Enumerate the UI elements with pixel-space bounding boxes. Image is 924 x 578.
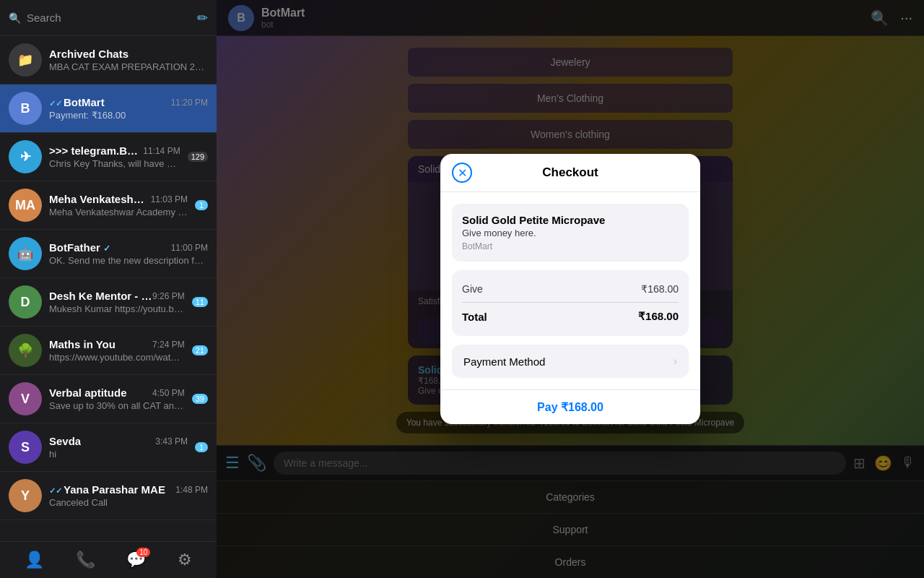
calls-icon: 📞 [76, 551, 95, 569]
profile-icon: 👤 [25, 551, 44, 569]
chat-item-archived[interactable]: 📁Archived ChatsMBA CAT EXAM PREPARATION … [0, 36, 217, 85]
unread-badge: 129 [188, 152, 208, 162]
close-button[interactable]: ✕ [452, 163, 472, 183]
search-input[interactable]: Search [27, 12, 191, 24]
calls-button[interactable]: 📞 [76, 551, 95, 569]
avatar: Y [9, 479, 42, 512]
messages-badge: 10 [136, 548, 150, 557]
avatar: ✈ [9, 140, 42, 173]
search-icon: 🔍 [9, 12, 21, 24]
payment-method-label: Payment Method [463, 355, 545, 368]
chat-preview: Save up to 30% on all CAT and OMET's Sub… [49, 400, 185, 411]
chat-name: Maths in You [49, 338, 116, 350]
unread-badge: 1 [195, 442, 208, 452]
chat-time: 11:14 PM [143, 146, 180, 156]
chat-time: 11:03 PM [151, 194, 188, 204]
checkout-modal: ✕ Checkout Solid Gold Petite Micropave G… [440, 154, 700, 424]
avatar: 🌳 [9, 334, 42, 367]
payment-method-row[interactable]: Payment Method › [452, 345, 689, 378]
unread-badge: 11 [192, 297, 208, 307]
price-label-give: Give [462, 283, 483, 295]
settings-icon: ⚙ [178, 551, 192, 569]
avatar: S [9, 431, 42, 464]
unread-badge: 21 [192, 345, 208, 355]
chevron-right-icon: › [674, 355, 677, 368]
total-value: ₹168.00 [638, 310, 679, 323]
price-row-total: Total ₹168.00 [462, 307, 679, 326]
product-info-box: Solid Gold Petite Micropave Give money h… [452, 204, 689, 262]
price-box: Give ₹168.00 Total ₹168.00 [452, 270, 689, 336]
price-value-give: ₹168.00 [641, 283, 679, 295]
modal-overlay[interactable]: ✕ Checkout Solid Gold Petite Micropave G… [217, 0, 924, 578]
price-divider [462, 302, 679, 303]
chat-name: Archived Chats [49, 48, 128, 60]
chat-name: Verbal aptitude [49, 387, 127, 399]
avatar: MA [9, 189, 42, 222]
main-chat-area: B BotMart bot 🔍 ··· Jewelery Men's Cloth… [217, 0, 924, 578]
avatar: D [9, 285, 42, 319]
chat-name: Sevda [49, 435, 81, 447]
chat-name: BotFather ✓ [49, 241, 110, 254]
product-info-desc: Give money here. [462, 228, 679, 238]
chat-name: ✓✓Yana Parashar MAE [49, 483, 165, 496]
chat-time: 1:48 PM [175, 485, 208, 495]
chat-list: 📁Archived ChatsMBA CAT EXAM PREPARATION … [0, 36, 217, 541]
price-row-give: Give ₹168.00 [462, 280, 679, 298]
avatar: V [9, 382, 42, 415]
avatar: 📁 [9, 43, 42, 77]
chat-time: 9:26 PM [152, 291, 185, 301]
chat-preview: OK. Send me the new description for the … [49, 255, 208, 266]
chat-preview: MBA CAT EXAM PREPARATION 2022, Allen's P… [49, 61, 208, 72]
compose-button[interactable]: ✏ [197, 10, 208, 26]
chat-preview: Canceled Call [49, 497, 208, 508]
chat-preview: hi [49, 449, 188, 460]
chat-name: ✓✓BotMart [49, 96, 105, 108]
chat-item-meha[interactable]: MAMeha Venkateshwar Ac...11:03 PMMeha Ve… [0, 181, 217, 230]
modal-body: Solid Gold Petite Micropave Give money h… [440, 192, 700, 389]
sidebar: 🔍 Search ✏ 📁Archived ChatsMBA CAT EXAM P… [0, 0, 217, 578]
chat-item-desh-ke-mentor[interactable]: DDesh Ke Mentor - Ment...9:26 PMMukesh K… [0, 278, 217, 327]
chat-time: 7:24 PM [152, 340, 185, 350]
avatar: 🤖 [9, 237, 42, 270]
settings-button[interactable]: ⚙ [178, 551, 192, 569]
chat-name: Desh Ke Mentor - Ment... [49, 290, 152, 302]
chat-preview: Mukesh Kumar https://youtu.be/_j9Xa6mz6I… [49, 303, 185, 314]
search-bar: 🔍 Search ✏ [0, 0, 217, 36]
sidebar-bottom-nav: 👤 📞 💬 10 ⚙ [0, 541, 217, 578]
avatar: B [9, 92, 42, 125]
unread-badge: 1 [195, 200, 208, 210]
messages-button[interactable]: 💬 10 [126, 551, 146, 569]
chat-time: 4:50 PM [152, 388, 185, 398]
pay-button[interactable]: Pay ₹168.00 [440, 389, 700, 424]
total-label: Total [462, 311, 487, 323]
chat-preview: Payment: ₹168.00 [49, 110, 208, 121]
chat-item-botmart[interactable]: B✓✓BotMart11:20 PMPayment: ₹168.00 [0, 85, 217, 133]
chat-item-yana[interactable]: Y✓✓Yana Parashar MAE1:48 PMCanceled Call [0, 472, 217, 520]
chat-name: >>> telegram.Bot() [49, 144, 143, 157]
chat-preview: Chris Key Thanks, will have a look! [49, 158, 180, 169]
product-info-seller: BotMart [462, 241, 679, 251]
chat-name: Meha Venkateshwar Ac... [49, 193, 151, 205]
modal-title: Checkout [542, 165, 598, 180]
chat-item-botfather[interactable]: 🤖BotFather ✓11:00 PMOK. Send me the new … [0, 230, 217, 278]
chat-item-telegram-bot[interactable]: ✈>>> telegram.Bot()11:14 PMChris Key Tha… [0, 133, 217, 181]
unread-badge: 39 [192, 394, 208, 404]
chat-item-verbal-aptitude[interactable]: VVerbal aptitude4:50 PMSave up to 30% on… [0, 375, 217, 423]
chat-item-maths-in-you[interactable]: 🌳Maths in You7:24 PMhttps://www.youtube.… [0, 327, 217, 375]
chat-time: 11:20 PM [171, 98, 208, 108]
chat-time: 3:43 PM [155, 436, 188, 447]
chat-preview: https://www.youtube.com/watch?v=-XTYEWv8… [49, 352, 185, 363]
chat-preview: Meha Venkateshwar Academy joined Telegra… [49, 207, 188, 217]
chat-item-sevda[interactable]: SSevda3:43 PMhi1 [0, 423, 217, 472]
product-info-name: Solid Gold Petite Micropave [462, 214, 679, 226]
modal-header: ✕ Checkout [440, 154, 700, 192]
profile-button[interactable]: 👤 [25, 551, 44, 569]
chat-time: 11:00 PM [171, 243, 208, 253]
